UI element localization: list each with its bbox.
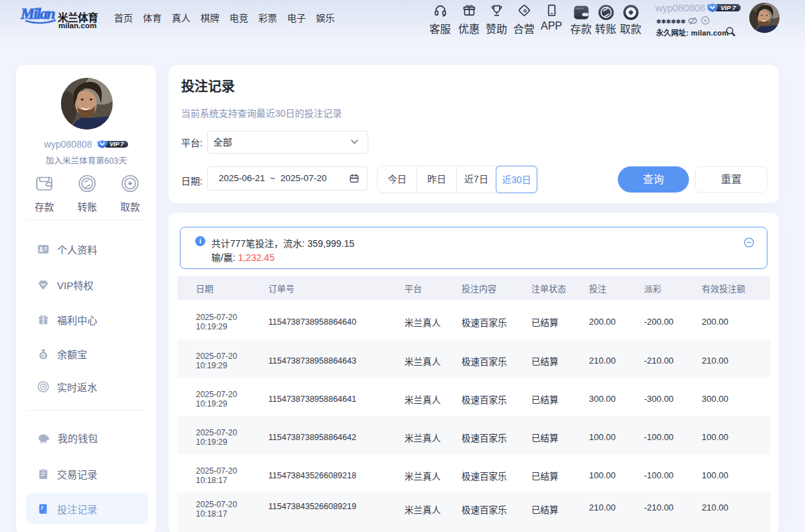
svg-text:VIP 7: VIP 7 [720, 4, 737, 11]
svg-text:VIP 7: VIP 7 [110, 141, 125, 148]
